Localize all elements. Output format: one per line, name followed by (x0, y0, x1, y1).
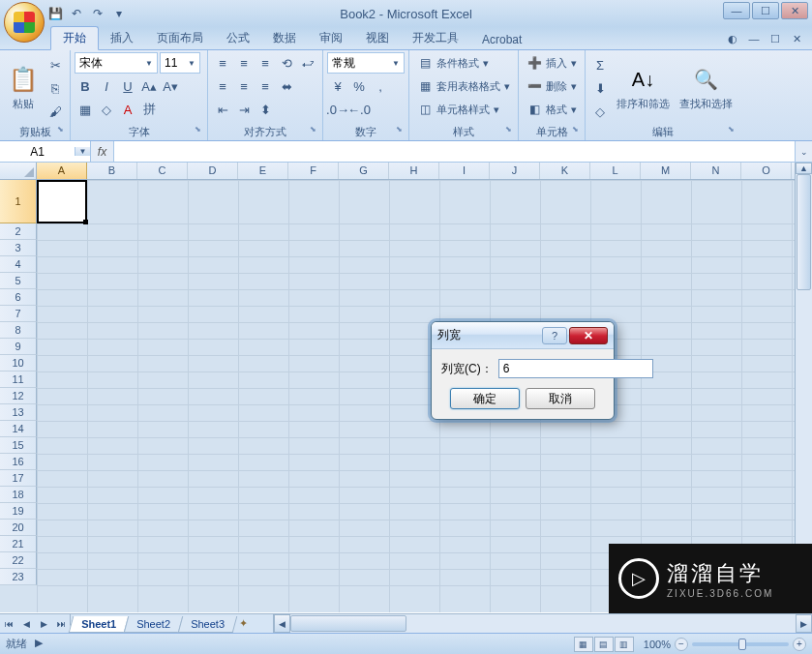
dialog-titlebar[interactable]: 列宽 ? ✕ (432, 322, 614, 349)
decrease-decimal-icon[interactable]: ←.0 (348, 99, 370, 120)
border-icon[interactable]: ▦ (75, 99, 96, 120)
maximize-button[interactable]: ☐ (752, 2, 779, 19)
scroll-up-icon[interactable]: ▲ (796, 163, 812, 174)
row-header[interactable]: 16 (0, 454, 37, 470)
row-header[interactable]: 5 (0, 273, 37, 289)
row-header[interactable]: 11 (0, 372, 37, 388)
qat-customize-icon[interactable]: ▾ (110, 5, 128, 22)
row-header[interactable]: 12 (0, 388, 37, 404)
currency-icon[interactable]: ¥ (327, 75, 348, 97)
zoom-value[interactable]: 100% (644, 639, 671, 650)
bold-button[interactable]: B (75, 75, 96, 97)
vscroll-thumb[interactable] (797, 174, 811, 290)
zoom-in-icon[interactable]: + (793, 638, 806, 651)
row-header[interactable]: 23 (0, 569, 37, 585)
formula-expand-icon[interactable]: ⌄ (795, 141, 812, 162)
row-header[interactable]: 3 (0, 240, 37, 256)
column-header[interactable]: C (137, 163, 188, 179)
column-header[interactable]: K (540, 163, 590, 179)
minimize-ribbon-icon[interactable]: — (746, 31, 762, 46)
tab-home[interactable]: 开始 (50, 26, 99, 50)
find-select-button[interactable]: 🔍 查找和选择 (676, 52, 737, 123)
close-button[interactable]: ✕ (781, 2, 808, 19)
conditional-formatting-button[interactable]: ▤条件格式 ▾ (413, 52, 514, 74)
clear-icon[interactable]: ◇ (589, 101, 611, 122)
fx-button[interactable]: fx (91, 141, 114, 162)
restore-window-icon[interactable]: ☐ (767, 31, 783, 46)
merge-icon[interactable]: ⬌ (276, 75, 297, 97)
row-header[interactable]: 22 (0, 552, 37, 569)
sheet-tab-2[interactable]: Sheet2 (124, 616, 183, 633)
tab-developer[interactable]: 开发工具 (401, 27, 470, 49)
column-header[interactable]: J (490, 163, 540, 179)
hscroll-track[interactable] (290, 614, 796, 633)
row-header[interactable]: 13 (0, 404, 37, 421)
name-box-dropdown-icon[interactable]: ▼ (75, 147, 90, 156)
row-header[interactable]: 2 (0, 223, 37, 240)
dialog-close-button[interactable]: ✕ (569, 327, 608, 344)
italic-button[interactable]: I (96, 75, 117, 97)
sheet-first-icon[interactable]: ⏮ (0, 614, 17, 633)
number-format-combo[interactable]: 常规▼ (327, 52, 405, 74)
active-cell[interactable] (37, 180, 87, 223)
font-size-combo[interactable]: 11▼ (160, 52, 200, 74)
scroll-left-icon[interactable]: ◀ (274, 614, 290, 633)
sort-filter-button[interactable]: A↓ 排序和筛选 (613, 52, 674, 123)
row-header[interactable]: 17 (0, 470, 37, 487)
align-center-icon[interactable]: ≡ (233, 75, 255, 97)
select-all-button[interactable] (0, 163, 37, 179)
ok-button[interactable]: 确定 (450, 388, 520, 409)
row-header[interactable]: 9 (0, 339, 37, 355)
paste-button[interactable]: 📋 粘贴 (4, 52, 43, 123)
row-header[interactable]: 14 (0, 421, 37, 437)
column-header[interactable]: M (641, 163, 691, 179)
align-top-icon[interactable]: ≡ (212, 52, 233, 74)
redo-icon[interactable]: ↷ (89, 5, 106, 22)
insert-cells-button[interactable]: ➕插入 ▾ (523, 52, 581, 74)
minimize-button[interactable]: — (723, 2, 750, 19)
fill-color-icon[interactable]: ◇ (96, 99, 117, 120)
vscroll-track[interactable] (796, 174, 812, 602)
scroll-right-icon[interactable]: ▶ (796, 614, 812, 633)
macro-icon[interactable]: ▶ (35, 637, 50, 652)
comma-icon[interactable]: , (370, 75, 391, 97)
align-right-icon[interactable]: ≡ (255, 75, 276, 97)
align-bottom-icon[interactable]: ≡ (255, 52, 276, 74)
tab-formulas[interactable]: 公式 (215, 27, 261, 49)
tab-review[interactable]: 审阅 (308, 27, 354, 49)
undo-icon[interactable]: ↶ (68, 5, 85, 22)
column-header[interactable]: O (741, 163, 792, 179)
column-header[interactable]: L (590, 163, 641, 179)
name-box[interactable]: A1 ▼ (0, 141, 91, 162)
dialog-help-button[interactable]: ? (542, 327, 567, 344)
increase-indent-icon[interactable]: ⇥ (233, 99, 255, 120)
sheet-last-icon[interactable]: ⏭ (52, 614, 70, 633)
format-cells-button[interactable]: ◧格式 ▾ (523, 99, 581, 120)
row-header[interactable]: 20 (0, 520, 37, 536)
horizontal-scrollbar[interactable]: ◀ ▶ (273, 614, 812, 633)
sheet-prev-icon[interactable]: ◀ (17, 614, 35, 633)
tab-view[interactable]: 视图 (354, 27, 401, 49)
column-header[interactable]: B (87, 163, 137, 179)
row-header[interactable]: 18 (0, 487, 37, 503)
zoom-thumb[interactable] (738, 639, 746, 650)
merge-center-icon[interactable]: ⬍ (255, 99, 276, 120)
grow-font-icon[interactable]: A▴ (138, 75, 160, 97)
column-header[interactable]: H (389, 163, 439, 179)
row-header[interactable]: 19 (0, 503, 37, 520)
tab-page-layout[interactable]: 页面布局 (145, 27, 215, 49)
help-icon[interactable]: ◐ (725, 31, 740, 46)
tab-data[interactable]: 数据 (261, 27, 308, 49)
column-width-input[interactable] (498, 359, 653, 378)
hscroll-thumb[interactable] (290, 615, 406, 632)
phonetic-icon[interactable]: 拼 (138, 99, 160, 120)
row-header[interactable]: 7 (0, 306, 37, 322)
row-header[interactable]: 8 (0, 322, 37, 339)
fill-icon[interactable]: ⬇ (589, 77, 611, 99)
column-header[interactable]: N (691, 163, 741, 179)
office-button[interactable] (4, 2, 45, 43)
copy-icon[interactable]: ⎘ (45, 77, 66, 99)
column-header[interactable]: D (188, 163, 238, 179)
row-header[interactable]: 6 (0, 289, 37, 306)
page-break-view-icon[interactable]: ▥ (615, 637, 634, 652)
